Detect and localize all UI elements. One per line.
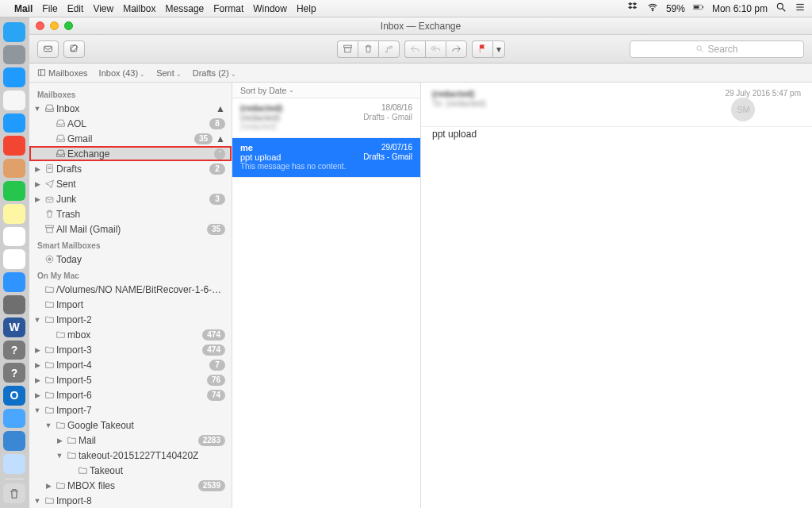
- dock-settings[interactable]: [3, 295, 25, 315]
- spotlight-icon[interactable]: [776, 2, 787, 15]
- message-list[interactable]: Sort by Date⌄ (redacted)18/08/16(redacte…: [232, 83, 421, 508]
- dock-appstore[interactable]: [3, 272, 25, 292]
- sidebar-item-aol[interactable]: AOL8: [29, 116, 232, 131]
- menu-window[interactable]: Window: [253, 3, 287, 14]
- folder-icon: [53, 480, 67, 491]
- sidebar-item-import[interactable]: Import: [29, 297, 232, 312]
- sidebar-item-volumes[interactable]: /Volumes/NO NAME/BitRecover-1-6-2016 20-…: [29, 282, 232, 297]
- fav-drafts[interactable]: Drafts (2)⌄: [193, 68, 236, 78]
- dock-contacts[interactable]: [3, 159, 25, 179]
- sidebar-item-import8[interactable]: ▼Import-8: [29, 493, 232, 508]
- menu-edit[interactable]: Edit: [67, 3, 84, 14]
- folder-icon: [42, 390, 56, 400]
- sidebar-item-today[interactable]: Today: [29, 252, 232, 267]
- sidebar-item-drafts[interactable]: ▶ Drafts2: [29, 161, 232, 176]
- menu-message[interactable]: Message: [166, 3, 205, 14]
- notification-center-icon[interactable]: [795, 2, 806, 15]
- sidebar-item-import7[interactable]: ▼Import-7: [29, 402, 232, 418]
- minimize-window-button[interactable]: [50, 21, 59, 30]
- sidebar-item-junk[interactable]: ▶ Junk3: [29, 191, 232, 206]
- search-input[interactable]: Search: [630, 40, 804, 58]
- compose-button[interactable]: [63, 40, 85, 58]
- folder-icon: [42, 284, 56, 294]
- dock-olm[interactable]: [3, 409, 25, 429]
- battery-icon[interactable]: [693, 2, 704, 15]
- sidebar-item-exchange[interactable]: Exchange˅: [29, 146, 232, 161]
- reply-all-button[interactable]: [425, 40, 446, 58]
- sort-header[interactable]: Sort by Date⌄: [232, 83, 420, 98]
- junk-button[interactable]: [378, 40, 400, 58]
- smart-icon: [42, 254, 56, 264]
- reply-button[interactable]: [404, 40, 425, 58]
- sidebar-item-gmail[interactable]: Gmail35▲: [29, 131, 232, 146]
- archive-button[interactable]: [337, 40, 358, 58]
- folder-icon: [42, 360, 56, 370]
- menu-mailbox[interactable]: Mailbox: [123, 3, 155, 14]
- sidebar-item-import4[interactable]: ▶Import-47: [29, 357, 232, 372]
- svg-rect-2: [703, 6, 703, 8]
- sidebar-item-import2[interactable]: ▼Import-2: [29, 312, 232, 327]
- dock-launchpad[interactable]: [3, 45, 25, 65]
- menu-view[interactable]: View: [93, 3, 113, 14]
- sidebar-item-sent[interactable]: ▶ Sent: [29, 176, 232, 191]
- sidebar-item-gt-takeout[interactable]: Takeout: [29, 463, 232, 478]
- dock-chrome[interactable]: [3, 90, 25, 110]
- sidebar-item-import6[interactable]: ▶Import-674: [29, 387, 232, 402]
- dock-trash[interactable]: [3, 483, 25, 503]
- dock-unknown2[interactable]: ?: [3, 363, 25, 383]
- app-menu[interactable]: Mail: [14, 3, 33, 14]
- toolbar: ▾ Search: [29, 35, 812, 64]
- message-item[interactable]: me29/07/16ppt uploadDrafts - GmailThis m…: [232, 138, 420, 178]
- menu-help[interactable]: Help: [297, 3, 316, 14]
- dock-outlook[interactable]: O: [3, 386, 25, 406]
- flag-button[interactable]: [472, 40, 492, 58]
- dropbox-icon[interactable]: [628, 2, 639, 15]
- menu-format[interactable]: Format: [213, 3, 243, 14]
- clock[interactable]: Mon 6:10 pm: [712, 3, 768, 14]
- message-item[interactable]: (redacted)18/08/16(redacted)Drafts - Gma…: [232, 98, 420, 138]
- disclosure-collapsed-icon[interactable]: ˅: [214, 148, 225, 160]
- wifi-icon[interactable]: [647, 2, 658, 15]
- mail-window: Inbox — Exchange ▾ Search: [29, 17, 812, 508]
- dock-mail[interactable]: [3, 114, 25, 133]
- dock-itunes[interactable]: [3, 249, 25, 269]
- dock-wechat[interactable]: [3, 181, 25, 201]
- fav-sent[interactable]: Sent⌄: [156, 68, 182, 78]
- sidebar-item-trash[interactable]: Trash: [29, 206, 232, 221]
- dock-app1[interactable]: [3, 431, 25, 451]
- close-window-button[interactable]: [36, 21, 44, 30]
- sidebar-item-mbox-files[interactable]: ▶MBOX files2539: [29, 478, 232, 493]
- dock-calendar[interactable]: [3, 136, 25, 156]
- flag-menu-button[interactable]: ▾: [492, 40, 505, 58]
- sidebar-item-gt-mail[interactable]: ▶Mail2283: [29, 433, 232, 448]
- dock-safari[interactable]: [3, 67, 25, 87]
- sidebar-item-import3[interactable]: ▶Import-3474: [29, 342, 232, 357]
- msg-location: Drafts - Gmail: [363, 113, 412, 122]
- sidebar-item-import2-mbox[interactable]: mbox474: [29, 327, 232, 342]
- zoom-window-button[interactable]: [64, 21, 73, 30]
- dock-finder[interactable]: [3, 22, 25, 42]
- battery-percent[interactable]: 59%: [666, 3, 685, 14]
- svg-line-5: [783, 9, 786, 12]
- sidebar-item-gt-takeoutz[interactable]: ▼takeout-20151227T140420Z: [29, 448, 232, 463]
- forward-button[interactable]: [446, 40, 467, 58]
- sidebar-item-inbox[interactable]: ▼ Inbox ▲: [29, 101, 232, 116]
- dock-notes[interactable]: [3, 204, 25, 224]
- sidebar-item-import5[interactable]: ▶Import-576: [29, 372, 232, 387]
- folder-icon: [42, 495, 56, 506]
- sidebar-item-allmail[interactable]: All Mail (Gmail)35: [29, 221, 232, 237]
- dock-app2[interactable]: [3, 454, 25, 474]
- dock-unknown1[interactable]: ?: [3, 341, 25, 360]
- get-mail-button[interactable]: [37, 40, 59, 58]
- mailbox-sidebar[interactable]: Mailboxes ▼ Inbox ▲ AOL8 Gmail35▲ Exchan…: [29, 83, 232, 508]
- dock-numbers[interactable]: [3, 227, 25, 247]
- sidebar-item-google-takeout[interactable]: ▼Google Takeout: [29, 418, 232, 433]
- svg-point-14: [390, 46, 392, 48]
- fav-mailboxes-toggle[interactable]: Mailboxes: [37, 68, 88, 78]
- fav-inbox[interactable]: Inbox (43)⌄: [99, 68, 146, 78]
- msg-from: (redacted): [240, 103, 282, 113]
- delete-button[interactable]: [358, 40, 378, 58]
- window-titlebar[interactable]: Inbox — Exchange: [29, 17, 812, 35]
- dock-word[interactable]: W: [3, 318, 25, 337]
- menu-file[interactable]: File: [42, 3, 57, 14]
